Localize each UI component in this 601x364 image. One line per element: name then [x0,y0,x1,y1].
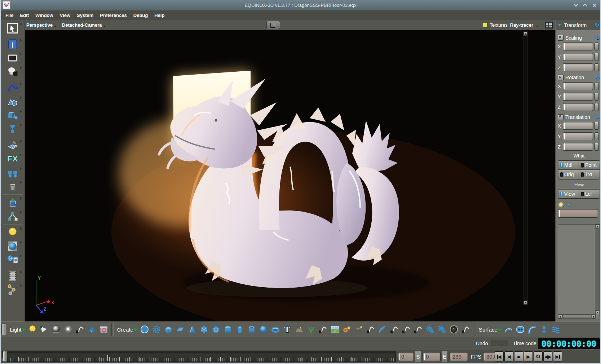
textures-checkbox[interactable] [483,23,487,27]
play-backward-button[interactable]: ◀ [504,351,513,361]
rotation-y-field[interactable] [563,93,593,101]
tube-tool[interactable] [246,323,257,336]
light-tool[interactable] [3,226,23,239]
sphere-tool[interactable] [257,323,269,336]
lens-tool[interactable] [448,323,460,336]
torus-tool[interactable] [269,323,281,336]
translation-y-field[interactable] [563,132,593,140]
planets-tool[interactable] [341,323,353,336]
spline-tool-3[interactable] [388,323,400,336]
scaling-z-field[interactable] [563,63,593,71]
capsule-tool[interactable] [234,323,246,336]
environment-sphere-tool[interactable] [50,323,62,336]
what-point-button[interactable]: Point [579,160,600,170]
tree-horizontal-scrollbar[interactable] [558,314,596,319]
transform-tool[interactable] [3,196,23,209]
uv-paint-tool[interactable] [3,138,23,152]
display-tool[interactable] [3,51,23,65]
info-tool[interactable] [3,37,23,51]
menu-view[interactable]: View [57,13,74,18]
cube-tool[interactable] [162,323,174,336]
text-tool[interactable]: T [281,323,293,336]
start-frame-field[interactable]: 0 [423,352,441,361]
gears-tool[interactable] [424,323,436,336]
renderer-dropdown[interactable]: Ray-tracer [510,22,533,28]
transform-refresh-icon[interactable]: ↻ [595,22,600,28]
scroll-down-icon[interactable] [523,301,527,305]
rotation-refresh-icon[interactable]: ↻ [596,74,600,81]
hotkey-button-rotation[interactable]: C [558,75,564,80]
icosahedron-tool[interactable] [198,323,210,336]
terrain-tool[interactable] [293,323,305,336]
hotkey-button-translation[interactable]: V [558,114,564,120]
close-button[interactable] [592,3,597,7]
scaling-x-stepper[interactable] [595,43,599,50]
pipe-tool[interactable] [526,323,538,336]
landscape-tool[interactable] [329,323,341,336]
section-arrow-icon[interactable]: ▶ [499,327,502,332]
translation-x-stepper[interactable] [595,122,599,130]
scaling-z-stepper[interactable] [595,63,599,71]
ping-pong-button[interactable]: ◀▶ [543,351,552,361]
curved-surface-tool[interactable] [503,323,514,336]
polygon-tool[interactable] [3,95,23,108]
wavy-surface-tool[interactable] [550,323,562,336]
render-tool[interactable] [3,253,23,267]
tree-scroll-right-icon[interactable] [592,315,596,319]
gear-tool[interactable] [150,323,162,336]
what-orig-button[interactable]: Orig [558,170,579,179]
light-spline-tool[interactable] [74,323,86,336]
menu-edit[interactable]: Edit [17,13,32,18]
select-tool[interactable] [3,21,23,35]
section-arrow-icon[interactable]: ▶ [134,327,138,332]
translation-x-field[interactable] [563,122,593,130]
skeleton-tool[interactable] [3,283,23,297]
scroll-up-icon[interactable] [523,32,527,36]
spline-tool-4[interactable] [400,323,412,336]
how-view-button[interactable]: View [558,189,579,199]
grass-tool[interactable] [305,323,317,336]
translation-y-stepper[interactable] [595,132,599,140]
scene-search-input[interactable] [558,209,598,218]
translation-refresh-icon[interactable]: ↻ [596,114,600,120]
stop-button[interactable]: ■ [514,351,523,361]
point-light-tool[interactable] [62,323,74,336]
cone-tool[interactable] [186,323,198,336]
menu-system[interactable]: System [74,13,97,18]
go-to-end-button[interactable]: ▶ [553,351,562,361]
viewport-vertical-scrollbar[interactable] [523,31,528,305]
transform-filter-icon[interactable]: ▼ [557,23,562,28]
menu-debug[interactable]: Debug [130,13,151,18]
ruler-grid-toggle[interactable] [266,21,280,29]
cylinder-tool[interactable] [222,323,234,336]
hotkey-button-scaling[interactable]: X [558,35,564,41]
spot-light-tool[interactable] [39,323,50,336]
camera-dropdown[interactable]: Detached-Camera [62,22,102,28]
loop-button[interactable]: ↻ [534,351,543,361]
rotation-z-field[interactable] [563,103,593,111]
scene-tree[interactable] [558,224,600,319]
plane-tool[interactable] [174,323,186,336]
curve-tool[interactable] [3,81,23,95]
rotation-z-stepper[interactable] [595,103,599,111]
menu-file[interactable]: File [2,13,17,18]
revolve-tool[interactable] [538,323,550,336]
primitives-tool[interactable] [3,108,23,122]
scaling-y-field[interactable] [563,53,593,61]
import-object-tool[interactable] [353,323,364,336]
translation-z-field[interactable] [563,143,593,151]
scaling-refresh-icon[interactable]: ↻ [596,34,600,41]
search-icon[interactable] [558,202,564,208]
play-button[interactable]: ▶ [524,351,533,361]
material-tool[interactable] [3,239,23,253]
minimize-button[interactable] [574,2,578,7]
menu-help[interactable]: Help [151,13,168,18]
undo-count-field[interactable] [491,341,508,346]
translation-z-stepper[interactable] [595,143,599,151]
delete-tool[interactable] [3,179,23,193]
viewport-3d[interactable]: Y X Z [25,30,555,321]
drop-light-tool[interactable] [86,323,98,336]
spline-tool-2[interactable] [364,323,376,336]
section-arrow-icon[interactable]: ▶ [23,327,26,332]
scaling-y-stepper[interactable] [595,53,599,61]
